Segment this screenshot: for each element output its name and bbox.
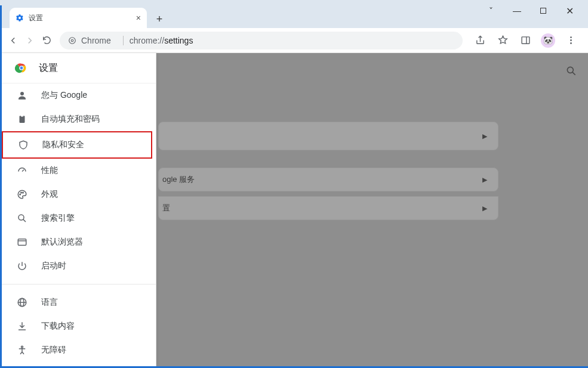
globe-icon: [16, 296, 28, 308]
svg-point-12: [20, 92, 24, 95]
sidebar-item-label: 无障碍: [41, 345, 66, 355]
person-icon: [16, 89, 28, 101]
svg-line-20: [23, 219, 26, 222]
browser-icon: [16, 236, 28, 248]
reload-button[interactable]: [38, 32, 55, 49]
chevron-right-icon: ▶: [482, 205, 487, 212]
clipboard-icon: [16, 113, 28, 125]
side-panel-icon[interactable]: [516, 32, 534, 50]
sidebar-item-performance[interactable]: 性能: [2, 159, 156, 183]
settings-sidebar: 设置 您与 Google 自动填充和密码 隐私和安全 性能 外观 搜索引擎: [2, 53, 156, 366]
sidebar-item-default-browser[interactable]: 默认浏览器: [2, 230, 156, 254]
sidebar-item-you-and-google[interactable]: 您与 Google: [2, 84, 156, 107]
sidebar-item-label: 语言: [41, 297, 58, 308]
tab-settings[interactable]: 设置 ×: [10, 8, 147, 28]
sidebar-item-label: 启动时: [41, 261, 66, 271]
browser-menu-icon[interactable]: [562, 32, 580, 50]
site-info-icon[interactable]: Chrome: [68, 36, 111, 45]
sidebar-item-autofill[interactable]: 自动填充和密码: [2, 107, 156, 131]
shield-icon: [17, 139, 29, 151]
content-card-1[interactable]: ▶: [158, 122, 498, 150]
sidebar-item-label: 隐私和安全: [42, 140, 84, 150]
back-button[interactable]: [5, 32, 21, 49]
window-minimize-button[interactable]: —: [512, 6, 522, 16]
forward-button[interactable]: [21, 32, 38, 49]
sidebar-item-downloads[interactable]: 下载内容: [2, 314, 156, 338]
window-dropdown-caret[interactable]: ˅: [485, 6, 496, 16]
svg-point-26: [21, 346, 23, 348]
profile-avatar[interactable]: 🐼: [539, 32, 557, 50]
chevron-right-icon: ▶: [482, 132, 487, 140]
gear-icon: [16, 14, 24, 22]
palette-icon: [16, 188, 28, 200]
sidebar-item-languages[interactable]: 语言: [2, 290, 156, 314]
search-icon: [16, 212, 28, 224]
accessibility-icon: [16, 344, 28, 356]
svg-point-19: [19, 215, 24, 220]
sidebar-item-label: 性能: [41, 165, 58, 176]
sidebar-item-accessibility[interactable]: 无障碍: [2, 338, 156, 362]
sidebar-divider: [2, 284, 156, 284]
browser-toolbar: Chrome chrome://settings 🐼: [0, 28, 588, 53]
download-icon: [16, 320, 28, 332]
chevron-right-icon: ▶: [482, 176, 487, 184]
svg-line-15: [22, 170, 24, 172]
search-settings-icon[interactable]: [565, 65, 577, 77]
svg-rect-13: [20, 116, 25, 123]
svg-point-16: [20, 194, 21, 195]
sidebar-item-label: 自动填充和密码: [41, 114, 100, 125]
share-icon[interactable]: [471, 32, 489, 50]
speedometer-icon: [16, 165, 28, 177]
bookmark-star-icon[interactable]: [494, 32, 512, 50]
sidebar-item-label: 外观: [41, 189, 58, 200]
tab-close-icon[interactable]: ×: [136, 13, 141, 23]
sidebar-item-label: 下载内容: [41, 321, 75, 332]
sidebar-item-label: 默认浏览器: [41, 237, 83, 248]
sidebar-item-search-engine[interactable]: 搜索引擎: [2, 206, 156, 230]
window-controls: ˅ — ✕: [485, 0, 588, 21]
sidebar-item-label: 您与 Google: [41, 90, 87, 101]
window-frame: [0, 5, 2, 368]
svg-point-17: [21, 192, 22, 193]
new-tab-button[interactable]: +: [150, 10, 168, 28]
svg-point-1: [71, 39, 73, 42]
svg-point-0: [69, 37, 76, 44]
svg-rect-21: [18, 239, 26, 246]
window-maximize-button[interactable]: [538, 6, 549, 16]
tab-title: 设置: [29, 13, 43, 23]
svg-point-4: [570, 36, 572, 38]
chrome-logo-icon: [15, 61, 28, 75]
svg-point-7: [567, 67, 573, 73]
sidebar-item-appearance[interactable]: 外观: [2, 183, 156, 206]
url-text: chrome://settings: [130, 36, 193, 45]
address-bar[interactable]: Chrome chrome://settings: [60, 32, 463, 50]
power-icon: [16, 260, 28, 272]
content-card-3[interactable]: 置 ▶: [158, 196, 498, 220]
sidebar-item-privacy-security[interactable]: 隐私和安全: [2, 131, 152, 159]
svg-point-6: [570, 42, 572, 44]
sidebar-title: 设置: [39, 62, 58, 75]
content-card-2[interactable]: ogle 服务 ▶: [158, 168, 498, 191]
svg-rect-14: [21, 115, 24, 117]
svg-rect-2: [522, 37, 529, 44]
window-close-button[interactable]: ✕: [564, 5, 575, 17]
sidebar-item-label: 搜索引擎: [41, 213, 75, 224]
svg-point-18: [23, 192, 24, 193]
svg-line-8: [572, 72, 575, 75]
sidebar-item-on-startup[interactable]: 启动时: [2, 254, 156, 278]
svg-point-5: [570, 39, 572, 41]
